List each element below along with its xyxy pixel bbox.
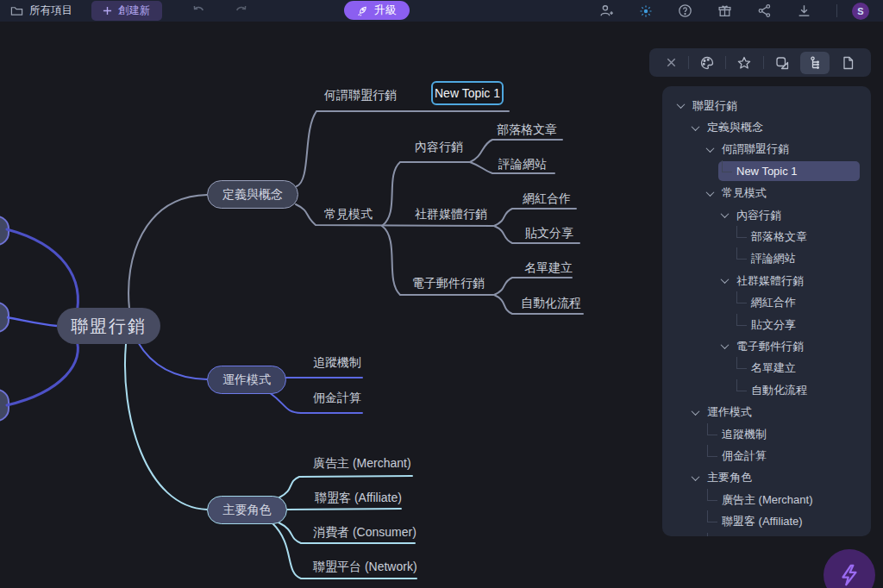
tree-row-selected[interactable]: New Topic 1 <box>662 160 871 182</box>
tree-row[interactable]: 運作模式 <box>662 401 871 422</box>
toolbar-divider <box>763 56 764 69</box>
chevron-down-icon[interactable] <box>692 472 700 481</box>
tree-row[interactable]: 聯盟行銷 <box>662 95 871 116</box>
tree-row[interactable]: 社群媒體行銷 <box>662 270 871 291</box>
chevron-down-icon[interactable] <box>677 100 686 109</box>
close-panel-button[interactable] <box>658 53 685 72</box>
tree-row[interactable]: 內容行銷 <box>662 204 871 226</box>
left-stub-nodes <box>0 216 9 421</box>
tree-row-label: 部落格文章 <box>751 229 807 245</box>
tree-row[interactable]: 廣告主 (Merchant) <box>662 489 871 510</box>
format-toolbar <box>649 48 871 77</box>
lightning-icon <box>836 562 862 588</box>
tree-row[interactable]: 主要角色 <box>662 467 871 489</box>
tree-row-label: 社群媒體行銷 <box>736 273 804 289</box>
map-node-list-building[interactable]: 名單建立 <box>524 260 573 276</box>
map-node-merchant[interactable]: 廣告主 (Merchant) <box>313 456 411 472</box>
chevron-down-icon[interactable] <box>706 188 715 197</box>
structure-button[interactable] <box>800 52 830 74</box>
tree-connector <box>707 510 717 522</box>
map-node-operation[interactable]: 運作模式 <box>207 366 286 394</box>
map-node-label: 聯盟行銷 <box>71 315 147 338</box>
tree-row-label: 名單建立 <box>751 360 796 376</box>
map-node-consumer[interactable]: 消費者 (Consumer) <box>313 525 416 541</box>
tree-row-label: 自動化流程 <box>751 383 807 398</box>
tree-row-label: 常見模式 <box>722 185 767 201</box>
shapes-icon <box>774 55 790 71</box>
map-node-affiliate[interactable]: 聯盟客 (Affiliate) <box>315 491 402 506</box>
map-node-roles[interactable]: 主要角色 <box>207 496 287 524</box>
map-node-automation[interactable]: 自動化流程 <box>521 296 581 311</box>
map-node-label: 主要角色 <box>223 503 272 518</box>
chevron-down-icon[interactable] <box>692 122 700 131</box>
toolbar-divider <box>725 56 726 69</box>
map-node-network[interactable]: 聯盟平台 (Network) <box>313 560 417 575</box>
tree-row-label: 貼文分享 <box>751 317 796 333</box>
palette-icon <box>699 55 715 71</box>
chevron-down-icon[interactable] <box>692 407 700 416</box>
tree-row-label: 何謂聯盟行銷 <box>722 141 789 157</box>
tree-row-label: 佣金計算 <box>722 448 767 464</box>
tree-row-label: 電子郵件行銷 <box>736 339 804 354</box>
map-node-influencer[interactable]: 網紅合作 <box>523 191 571 207</box>
tree-row[interactable]: 消費者 (Consumer) <box>662 533 871 536</box>
tree-row[interactable]: 電子郵件行銷 <box>662 335 871 357</box>
tree-row[interactable]: 常見模式 <box>662 183 871 204</box>
tree-row-label: 內容行銷 <box>736 208 781 223</box>
tree-row[interactable]: 追蹤機制 <box>662 423 871 445</box>
map-node-what-is[interactable]: 何謂聯盟行銷 <box>324 88 397 103</box>
tree-connector <box>736 226 747 238</box>
tree-connector <box>736 357 747 369</box>
tree-row[interactable]: 自動化流程 <box>662 379 871 401</box>
map-node-blog-posts[interactable]: 部落格文章 <box>497 122 557 138</box>
tree-row[interactable]: 聯盟客 (Affiliate) <box>662 510 871 532</box>
chevron-down-icon[interactable] <box>721 341 730 350</box>
tree-connector <box>707 489 717 501</box>
tree-row-label: 定義與概念 <box>707 120 763 135</box>
structure-icon <box>807 55 823 71</box>
tree-row[interactable]: 網紅合作 <box>662 292 871 314</box>
map-node-post-sharing[interactable]: 貼文分享 <box>525 226 573 241</box>
tree-row[interactable]: 名單建立 <box>662 358 871 379</box>
map-node-email-marketing[interactable]: 電子郵件行銷 <box>412 276 485 291</box>
map-node-commission[interactable]: 佣金計算 <box>313 391 361 406</box>
page-icon <box>840 55 855 71</box>
tree-row[interactable]: 佣金計算 <box>662 445 871 466</box>
tree-row-label: 評論網站 <box>751 251 796 266</box>
chevron-down-icon[interactable] <box>721 210 730 218</box>
tree-row-label: 追蹤機制 <box>722 427 767 442</box>
tree-row[interactable]: 貼文分享 <box>662 314 871 335</box>
tree-row-label: New Topic 1 <box>736 165 798 178</box>
outline-panel: 聯盟行銷 定義與概念 何謂聯盟行銷 New Topic 1 常見模式 內容行銷 … <box>662 86 871 536</box>
tree-row[interactable]: 評論網站 <box>662 248 871 270</box>
tree-row-label: 廣告主 (Merchant) <box>722 492 812 508</box>
tree-row[interactable]: 定義與概念 <box>662 116 871 138</box>
tree-connector <box>736 291 747 303</box>
map-node-root[interactable]: 聯盟行銷 <box>57 308 160 344</box>
map-node-new-topic-selected[interactable]: New Topic 1 <box>431 81 504 105</box>
tree-row[interactable]: 何謂聯盟行銷 <box>662 139 871 160</box>
favorite-style-button[interactable] <box>730 52 759 74</box>
chevron-down-icon[interactable] <box>706 144 715 153</box>
map-node-content-marketing[interactable]: 內容行銷 <box>415 140 463 155</box>
star-icon <box>736 55 752 71</box>
map-node-common-models[interactable]: 常見模式 <box>324 207 373 222</box>
map-node-social-media[interactable]: 社群媒體行銷 <box>415 207 487 222</box>
page-setup-button[interactable] <box>833 52 862 74</box>
map-node-tracking[interactable]: 追蹤機制 <box>313 355 361 371</box>
tree-connector <box>707 445 717 457</box>
tree-row-label: 運作模式 <box>707 404 752 420</box>
tree-row-label: 聯盟行銷 <box>692 98 737 114</box>
tree-row-label: 網紅合作 <box>751 295 796 310</box>
tree-connector <box>707 423 717 435</box>
map-node-review-sites[interactable]: 評論網站 <box>498 157 547 172</box>
tree-connector <box>736 314 747 326</box>
left-mid-branch-line <box>7 317 57 326</box>
theme-palette-button[interactable] <box>692 52 722 74</box>
shapes-button[interactable] <box>767 52 797 74</box>
tree-connector <box>722 160 732 172</box>
chevron-down-icon[interactable] <box>721 275 730 284</box>
tree-row[interactable]: 部落格文章 <box>662 226 871 247</box>
map-node-definitions[interactable]: 定義與概念 <box>207 180 298 209</box>
tree-connector <box>707 533 717 537</box>
